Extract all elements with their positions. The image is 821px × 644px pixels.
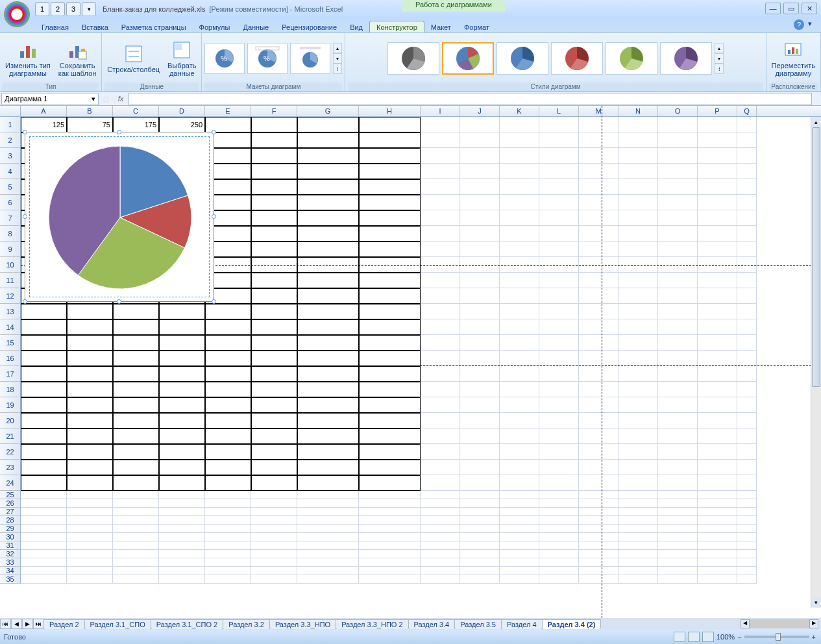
row-header-25[interactable]: 25 [0,491,21,499]
layouts-scroll[interactable]: ▴▾⁞ [333,43,342,74]
cell-F17[interactable] [251,366,297,382]
cell-F15[interactable] [251,335,297,351]
cell-E28[interactable] [205,516,251,525]
zoom-in-icon[interactable]: + [812,633,816,641]
cell-P5[interactable] [698,179,737,195]
cell-L21[interactable] [539,428,579,444]
cell-O8[interactable] [658,226,698,242]
cell-M16[interactable] [579,351,619,366]
cell-A33[interactable] [21,558,67,567]
cell-D15[interactable] [159,335,205,351]
cell-P8[interactable] [698,226,737,242]
row-header-17[interactable]: 17 [0,366,21,382]
col-header-A[interactable]: A [21,106,67,116]
cell-O35[interactable] [658,575,698,584]
cell-G26[interactable] [297,499,359,508]
cell-I25[interactable] [421,491,460,499]
cell-I35[interactable] [421,575,460,584]
cell-F20[interactable] [251,413,297,428]
cell-K2[interactable] [500,132,539,148]
cell-K34[interactable] [500,567,539,575]
cell-E27[interactable] [205,508,251,516]
cell-J6[interactable] [460,195,500,210]
cell-N34[interactable] [619,567,658,575]
cell-N13[interactable] [619,304,658,319]
cell-F2[interactable] [251,132,297,148]
style-3[interactable] [496,42,548,75]
cell-I16[interactable] [421,351,460,366]
cell-G6[interactable] [297,195,359,210]
cell-N24[interactable] [619,475,658,491]
row-header-32[interactable]: 32 [0,550,21,558]
cell-M32[interactable] [579,550,619,558]
cell-P28[interactable] [698,516,737,525]
tab-format[interactable]: ФорматБФ [458,21,496,32]
cell-J16[interactable] [460,351,500,366]
cell-Q29[interactable] [737,525,757,533]
cell-N31[interactable] [619,541,658,550]
cell-P20[interactable] [698,413,737,428]
cell-K30[interactable] [500,533,539,541]
cell-J17[interactable] [460,366,500,382]
cell-P11[interactable] [698,273,737,288]
cell-K27[interactable] [500,508,539,516]
cell-E34[interactable] [205,567,251,575]
cell-B13[interactable] [67,304,113,319]
row-header-18[interactable]: 18 [0,382,21,397]
cell-J31[interactable] [460,541,500,550]
styles-scroll[interactable]: ▴▾⁞ [715,43,724,74]
cell-N27[interactable] [619,508,658,516]
cell-J14[interactable] [460,319,500,335]
cell-G32[interactable] [297,550,359,558]
cell-Q35[interactable] [737,575,757,584]
cell-G34[interactable] [297,567,359,575]
cell-H1[interactable] [359,117,421,132]
cell-F6[interactable] [251,195,297,210]
cell-K23[interactable] [500,460,539,475]
cell-Q8[interactable] [737,226,757,242]
name-box[interactable]: Диаграмма 1▾ [1,93,99,105]
cell-L33[interactable] [539,558,579,567]
cell-I26[interactable] [421,499,460,508]
cell-D26[interactable] [159,499,205,508]
cell-P12[interactable] [698,288,737,304]
cell-L35[interactable] [539,575,579,584]
cell-P2[interactable] [698,132,737,148]
cell-G19[interactable] [297,397,359,413]
cell-P9[interactable] [698,242,737,257]
move-chart-button[interactable]: Переместить диаграмму [769,38,818,79]
cell-P13[interactable] [698,304,737,319]
row-header-22[interactable]: 22 [0,444,21,460]
cell-B35[interactable] [67,575,113,584]
cell-P34[interactable] [698,567,737,575]
cell-F14[interactable] [251,319,297,335]
cell-K11[interactable] [500,273,539,288]
sheet-tab[interactable]: Раздел 2 [43,619,85,629]
row-header-9[interactable]: 9 [0,242,21,257]
cell-K18[interactable] [500,382,539,397]
cell-H5[interactable] [359,179,421,195]
cell-A19[interactable] [21,397,67,413]
cell-M11[interactable] [579,273,619,288]
cell-K6[interactable] [500,195,539,210]
cell-K31[interactable] [500,541,539,550]
cell-C25[interactable] [113,491,159,499]
cell-C20[interactable] [113,413,159,428]
cell-D31[interactable] [159,541,205,550]
cell-I30[interactable] [421,533,460,541]
cell-L17[interactable] [539,366,579,382]
cell-M34[interactable] [579,567,619,575]
cell-Q7[interactable] [737,210,757,226]
cell-H17[interactable] [359,366,421,382]
row-header-21[interactable]: 21 [0,428,21,444]
cell-F9[interactable] [251,242,297,257]
cell-G22[interactable] [297,444,359,460]
cell-G16[interactable] [297,351,359,366]
cell-J23[interactable] [460,460,500,475]
minimize-button[interactable]: — [765,3,781,14]
cell-K12[interactable] [500,288,539,304]
cell-B17[interactable] [67,366,113,382]
cell-N3[interactable] [619,148,658,164]
row-header-6[interactable]: 6 [0,195,21,210]
office-button[interactable] [4,1,30,27]
